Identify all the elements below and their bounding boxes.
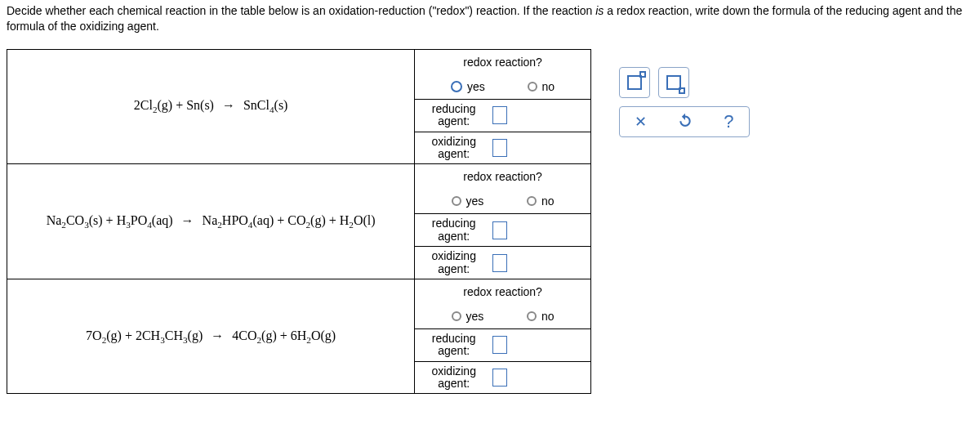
answer-panel: redox reaction? yes no reducingagent: ox…: [415, 279, 591, 394]
question-em: is: [595, 4, 604, 17]
radio-yes[interactable]: [452, 311, 461, 321]
radio-yes[interactable]: [452, 196, 461, 206]
reducing-row: reducingagent:: [415, 99, 590, 132]
redox-header: redox reaction?: [415, 50, 590, 74]
radio-row: yes no: [415, 189, 590, 213]
radio-yes-label: yes: [467, 80, 485, 93]
reducing-row: reducingagent:: [415, 213, 590, 246]
subscript-icon: [666, 75, 681, 90]
close-button[interactable]: ✕: [635, 113, 647, 131]
answer-panel: redox reaction? yes no reducingagent: ox…: [415, 49, 591, 164]
oxidizing-row: oxidizingagent:: [415, 361, 590, 394]
question-text-a: Decide whether each chemical reaction in…: [7, 4, 595, 17]
radio-row: yes no: [415, 304, 590, 328]
reaction-cell: Na2CO3(s) + H3PO4(aq) → Na2HPO4(aq) + CO…: [7, 164, 415, 279]
oxidizing-label: oxidizingagent:: [415, 247, 492, 279]
reaction-cell: 2Cl2(g) + Sn(s) → SnCl4(s): [7, 49, 415, 164]
reducing-input[interactable]: [492, 336, 507, 354]
redox-header: redox reaction?: [415, 279, 590, 304]
radio-no[interactable]: [527, 196, 537, 206]
oxidizing-input[interactable]: [492, 254, 507, 272]
superscript-button[interactable]: [619, 67, 650, 98]
reaction-cell: 7O2(g) + 2CH3CH3(g) → 4CO2(g) + 6H2O(g): [7, 279, 415, 394]
radio-no-label: no: [541, 194, 555, 208]
superscript-icon: [627, 75, 642, 90]
oxidizing-row: oxidizingagent:: [415, 246, 590, 279]
question-prompt: Decide whether each chemical reaction in…: [0, 0, 980, 49]
redox-header: redox reaction?: [415, 164, 590, 189]
reaction-table: 2Cl2(g) + Sn(s) → SnCl4(s) redox reactio…: [7, 49, 591, 395]
radio-yes-label: yes: [466, 310, 484, 323]
oxidizing-input[interactable]: [492, 369, 507, 387]
radio-yes[interactable]: [451, 81, 462, 92]
radio-yes-label: yes: [466, 194, 484, 208]
reducing-label: reducingagent:: [415, 214, 492, 246]
help-button[interactable]: ?: [724, 111, 733, 132]
reducing-input[interactable]: [492, 221, 507, 239]
radio-no-label: no: [541, 310, 555, 323]
radio-row: yes no: [415, 74, 590, 99]
toolbar: ✕ ?: [619, 67, 750, 137]
reset-button[interactable]: [677, 112, 693, 132]
oxidizing-label: oxidizingagent:: [415, 132, 492, 164]
subscript-button[interactable]: [658, 67, 689, 98]
radio-no[interactable]: [527, 311, 537, 321]
answer-panel: redox reaction? yes no reducingagent: ox…: [415, 164, 591, 279]
oxidizing-row: oxidizingagent:: [415, 132, 590, 164]
reducing-row: reducingagent:: [415, 328, 590, 361]
reducing-input[interactable]: [492, 106, 507, 124]
reducing-label: reducingagent:: [415, 329, 492, 361]
reset-icon: [677, 112, 693, 128]
oxidizing-label: oxidizingagent:: [415, 362, 492, 394]
radio-no-label: no: [542, 80, 555, 93]
radio-no[interactable]: [528, 82, 537, 92]
action-bar: ✕ ?: [619, 106, 750, 137]
oxidizing-input[interactable]: [492, 139, 507, 157]
reducing-label: reducingagent:: [415, 100, 492, 132]
